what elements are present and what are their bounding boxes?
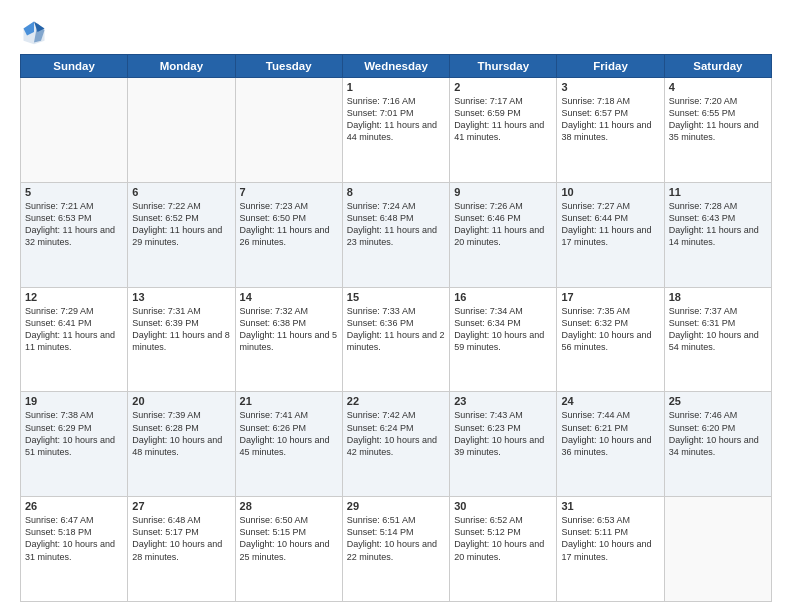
day-info: Sunrise: 7:21 AMSunset: 6:53 PMDaylight:… (25, 200, 123, 249)
day-number: 31 (561, 500, 659, 512)
day-number: 30 (454, 500, 552, 512)
calendar-cell: 8Sunrise: 7:24 AMSunset: 6:48 PMDaylight… (342, 182, 449, 287)
day-number: 2 (454, 81, 552, 93)
calendar-cell: 30Sunrise: 6:52 AMSunset: 5:12 PMDayligh… (450, 497, 557, 602)
day-number: 17 (561, 291, 659, 303)
day-number: 14 (240, 291, 338, 303)
calendar-cell: 14Sunrise: 7:32 AMSunset: 6:38 PMDayligh… (235, 287, 342, 392)
day-number: 19 (25, 395, 123, 407)
day-info: Sunrise: 7:46 AMSunset: 6:20 PMDaylight:… (669, 409, 767, 458)
day-number: 28 (240, 500, 338, 512)
day-info: Sunrise: 7:34 AMSunset: 6:34 PMDaylight:… (454, 305, 552, 354)
calendar-cell: 16Sunrise: 7:34 AMSunset: 6:34 PMDayligh… (450, 287, 557, 392)
weekday-friday: Friday (557, 55, 664, 78)
calendar-cell: 19Sunrise: 7:38 AMSunset: 6:29 PMDayligh… (21, 392, 128, 497)
day-number: 3 (561, 81, 659, 93)
calendar-cell (21, 78, 128, 183)
calendar-cell: 2Sunrise: 7:17 AMSunset: 6:59 PMDaylight… (450, 78, 557, 183)
calendar-cell: 12Sunrise: 7:29 AMSunset: 6:41 PMDayligh… (21, 287, 128, 392)
day-info: Sunrise: 7:41 AMSunset: 6:26 PMDaylight:… (240, 409, 338, 458)
day-number: 15 (347, 291, 445, 303)
day-number: 1 (347, 81, 445, 93)
day-number: 26 (25, 500, 123, 512)
calendar-cell: 9Sunrise: 7:26 AMSunset: 6:46 PMDaylight… (450, 182, 557, 287)
day-number: 24 (561, 395, 659, 407)
calendar-cell: 10Sunrise: 7:27 AMSunset: 6:44 PMDayligh… (557, 182, 664, 287)
week-row-1: 1Sunrise: 7:16 AMSunset: 7:01 PMDaylight… (21, 78, 772, 183)
day-number: 9 (454, 186, 552, 198)
day-info: Sunrise: 7:37 AMSunset: 6:31 PMDaylight:… (669, 305, 767, 354)
day-number: 21 (240, 395, 338, 407)
calendar-cell: 28Sunrise: 6:50 AMSunset: 5:15 PMDayligh… (235, 497, 342, 602)
calendar-cell: 13Sunrise: 7:31 AMSunset: 6:39 PMDayligh… (128, 287, 235, 392)
calendar-cell (235, 78, 342, 183)
day-number: 20 (132, 395, 230, 407)
calendar-cell: 31Sunrise: 6:53 AMSunset: 5:11 PMDayligh… (557, 497, 664, 602)
weekday-monday: Monday (128, 55, 235, 78)
calendar: SundayMondayTuesdayWednesdayThursdayFrid… (20, 54, 772, 602)
calendar-cell: 15Sunrise: 7:33 AMSunset: 6:36 PMDayligh… (342, 287, 449, 392)
weekday-thursday: Thursday (450, 55, 557, 78)
day-info: Sunrise: 7:24 AMSunset: 6:48 PMDaylight:… (347, 200, 445, 249)
day-info: Sunrise: 7:43 AMSunset: 6:23 PMDaylight:… (454, 409, 552, 458)
week-row-3: 12Sunrise: 7:29 AMSunset: 6:41 PMDayligh… (21, 287, 772, 392)
calendar-cell: 11Sunrise: 7:28 AMSunset: 6:43 PMDayligh… (664, 182, 771, 287)
day-number: 27 (132, 500, 230, 512)
day-info: Sunrise: 7:44 AMSunset: 6:21 PMDaylight:… (561, 409, 659, 458)
day-info: Sunrise: 7:28 AMSunset: 6:43 PMDaylight:… (669, 200, 767, 249)
weekday-wednesday: Wednesday (342, 55, 449, 78)
calendar-cell: 7Sunrise: 7:23 AMSunset: 6:50 PMDaylight… (235, 182, 342, 287)
day-number: 8 (347, 186, 445, 198)
day-number: 7 (240, 186, 338, 198)
day-number: 13 (132, 291, 230, 303)
calendar-cell: 26Sunrise: 6:47 AMSunset: 5:18 PMDayligh… (21, 497, 128, 602)
day-info: Sunrise: 7:29 AMSunset: 6:41 PMDaylight:… (25, 305, 123, 354)
calendar-cell: 6Sunrise: 7:22 AMSunset: 6:52 PMDaylight… (128, 182, 235, 287)
day-info: Sunrise: 6:48 AMSunset: 5:17 PMDaylight:… (132, 514, 230, 563)
weekday-header-row: SundayMondayTuesdayWednesdayThursdayFrid… (21, 55, 772, 78)
day-info: Sunrise: 7:18 AMSunset: 6:57 PMDaylight:… (561, 95, 659, 144)
calendar-cell: 17Sunrise: 7:35 AMSunset: 6:32 PMDayligh… (557, 287, 664, 392)
day-info: Sunrise: 7:16 AMSunset: 7:01 PMDaylight:… (347, 95, 445, 144)
calendar-cell: 18Sunrise: 7:37 AMSunset: 6:31 PMDayligh… (664, 287, 771, 392)
day-number: 16 (454, 291, 552, 303)
calendar-cell: 24Sunrise: 7:44 AMSunset: 6:21 PMDayligh… (557, 392, 664, 497)
day-info: Sunrise: 7:33 AMSunset: 6:36 PMDaylight:… (347, 305, 445, 354)
calendar-cell: 25Sunrise: 7:46 AMSunset: 6:20 PMDayligh… (664, 392, 771, 497)
day-info: Sunrise: 7:32 AMSunset: 6:38 PMDaylight:… (240, 305, 338, 354)
weekday-tuesday: Tuesday (235, 55, 342, 78)
day-number: 22 (347, 395, 445, 407)
header (20, 18, 772, 46)
weekday-sunday: Sunday (21, 55, 128, 78)
day-info: Sunrise: 6:53 AMSunset: 5:11 PMDaylight:… (561, 514, 659, 563)
week-row-2: 5Sunrise: 7:21 AMSunset: 6:53 PMDaylight… (21, 182, 772, 287)
day-number: 18 (669, 291, 767, 303)
calendar-cell: 3Sunrise: 7:18 AMSunset: 6:57 PMDaylight… (557, 78, 664, 183)
day-number: 11 (669, 186, 767, 198)
calendar-cell: 29Sunrise: 6:51 AMSunset: 5:14 PMDayligh… (342, 497, 449, 602)
page: SundayMondayTuesdayWednesdayThursdayFrid… (0, 0, 792, 612)
calendar-cell: 21Sunrise: 7:41 AMSunset: 6:26 PMDayligh… (235, 392, 342, 497)
day-info: Sunrise: 7:26 AMSunset: 6:46 PMDaylight:… (454, 200, 552, 249)
day-info: Sunrise: 7:35 AMSunset: 6:32 PMDaylight:… (561, 305, 659, 354)
day-info: Sunrise: 7:27 AMSunset: 6:44 PMDaylight:… (561, 200, 659, 249)
day-number: 29 (347, 500, 445, 512)
calendar-cell: 22Sunrise: 7:42 AMSunset: 6:24 PMDayligh… (342, 392, 449, 497)
day-info: Sunrise: 7:23 AMSunset: 6:50 PMDaylight:… (240, 200, 338, 249)
weekday-saturday: Saturday (664, 55, 771, 78)
calendar-cell: 5Sunrise: 7:21 AMSunset: 6:53 PMDaylight… (21, 182, 128, 287)
calendar-cell: 1Sunrise: 7:16 AMSunset: 7:01 PMDaylight… (342, 78, 449, 183)
day-info: Sunrise: 7:31 AMSunset: 6:39 PMDaylight:… (132, 305, 230, 354)
day-number: 10 (561, 186, 659, 198)
calendar-cell (128, 78, 235, 183)
week-row-4: 19Sunrise: 7:38 AMSunset: 6:29 PMDayligh… (21, 392, 772, 497)
day-info: Sunrise: 7:42 AMSunset: 6:24 PMDaylight:… (347, 409, 445, 458)
day-info: Sunrise: 7:38 AMSunset: 6:29 PMDaylight:… (25, 409, 123, 458)
calendar-cell: 23Sunrise: 7:43 AMSunset: 6:23 PMDayligh… (450, 392, 557, 497)
day-number: 6 (132, 186, 230, 198)
day-info: Sunrise: 6:50 AMSunset: 5:15 PMDaylight:… (240, 514, 338, 563)
day-info: Sunrise: 6:47 AMSunset: 5:18 PMDaylight:… (25, 514, 123, 563)
day-info: Sunrise: 7:20 AMSunset: 6:55 PMDaylight:… (669, 95, 767, 144)
calendar-cell (664, 497, 771, 602)
calendar-cell: 20Sunrise: 7:39 AMSunset: 6:28 PMDayligh… (128, 392, 235, 497)
